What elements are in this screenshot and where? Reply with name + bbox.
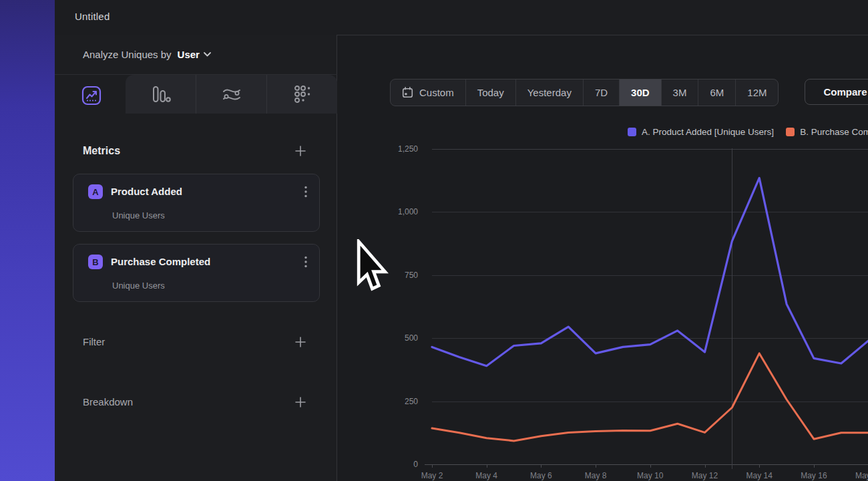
add-metric-button[interactable] [295, 146, 306, 156]
metric-card-a[interactable]: A Product Added Unique Users [73, 174, 320, 232]
calendar-icon [402, 87, 413, 98]
plus-icon [295, 146, 306, 156]
chart-legend: A. Product Added [Unique Users]B. Purcha… [628, 127, 868, 137]
desktop-background-strip [0, 0, 55, 481]
legend-label: B. Purchase Completed [Unique Users] [800, 127, 868, 137]
add-filter-button[interactable] [295, 337, 306, 347]
legend-swatch [628, 128, 636, 136]
bar-chart-icon [151, 85, 171, 104]
range-button-label: 3M [673, 87, 687, 98]
flows-icon [222, 85, 242, 104]
breakdown-section-header: Breakdown [83, 396, 306, 408]
tab-retention[interactable] [266, 75, 337, 114]
range-button-30d[interactable]: 30D [619, 79, 661, 106]
app-root: { "window": { "title": "Untitled" }, "si… [0, 0, 868, 481]
metric-card-b[interactable]: B Purchase Completed Unique Users [73, 244, 320, 302]
series-line-a [432, 178, 868, 365]
y-axis-label: 500 [386, 333, 418, 343]
range-button-label: 7D [595, 87, 608, 98]
filter-header-label: Filter [83, 336, 105, 347]
analyze-by-dropdown[interactable]: User [178, 49, 211, 60]
range-button-label: Custom [419, 87, 454, 98]
plus-icon [295, 337, 306, 347]
analyze-by-row: Analyze Uniques by User [55, 35, 337, 75]
range-button-yesterday[interactable]: Yesterday [515, 79, 583, 106]
y-axis-label: 250 [386, 397, 418, 406]
legend-swatch [786, 128, 795, 136]
top-bar: Untitled [55, 0, 868, 35]
range-button-label: Yesterday [527, 87, 572, 98]
range-button-custom[interactable]: Custom [391, 79, 465, 106]
analyze-by-label: Analyze Uniques by [83, 49, 172, 60]
tab-flows[interactable] [196, 75, 266, 114]
chart-series-canvas [421, 144, 868, 481]
y-axis-label: 0 [386, 460, 418, 469]
breakdown-header-label: Breakdown [83, 396, 133, 408]
chart-type-tabs [126, 75, 337, 114]
range-button-6m[interactable]: 6M [698, 79, 735, 106]
metric-badge-b: B [88, 255, 103, 269]
filter-section-header: Filter [83, 336, 306, 347]
report-title[interactable]: Untitled [75, 11, 110, 22]
metric-badge-a: A [88, 184, 103, 199]
metric-subtitle: Unique Users [112, 281, 165, 291]
range-button-12m[interactable]: 12M [735, 79, 778, 106]
metric-subtitle: Unique Users [112, 210, 165, 220]
metric-title: Product Added [111, 186, 182, 197]
y-axis-label: 1,250 [386, 144, 418, 154]
kebab-menu-icon[interactable] [304, 256, 307, 271]
tab-insights[interactable] [81, 86, 101, 106]
legend-label: A. Product Added [Unique Users] [642, 127, 774, 137]
add-breakdown-button[interactable] [295, 397, 306, 408]
compare-button[interactable]: Compare [805, 79, 868, 105]
range-button-7d[interactable]: 7D [583, 79, 619, 106]
kebab-menu-icon[interactable] [304, 186, 307, 200]
y-axis-label: 750 [386, 271, 418, 280]
range-button-today[interactable]: Today [465, 79, 515, 106]
range-button-label: Today [477, 87, 504, 98]
range-button-label: 6M [710, 87, 724, 98]
metrics-section-header: Metrics [83, 145, 306, 157]
legend-item[interactable]: B. Purchase Completed [Unique Users] [786, 127, 868, 137]
date-range-segmented-control: CustomTodayYesterday7D30D3M6M12M [390, 79, 779, 106]
retention-grid-icon [293, 85, 312, 104]
line-chart[interactable]: 02505007501,0001,250May 2May 4May 6May 8… [421, 144, 868, 481]
series-line-b [432, 353, 868, 441]
legend-item[interactable]: A. Product Added [Unique Users] [628, 127, 774, 137]
range-button-label: 30D [631, 87, 650, 98]
metric-title: Purchase Completed [111, 256, 210, 267]
chevron-down-icon [204, 52, 211, 57]
y-axis-label: 1,000 [386, 207, 418, 216]
range-button-label: 12M [747, 87, 767, 98]
range-button-3m[interactable]: 3M [661, 79, 698, 106]
tab-bar-chart[interactable] [126, 75, 196, 114]
plus-icon [295, 397, 306, 408]
line-chart-icon [81, 86, 101, 106]
analyze-by-value: User [178, 49, 200, 60]
sidebar: Analyze Uniques by User [55, 35, 337, 481]
metrics-header-label: Metrics [83, 145, 120, 157]
